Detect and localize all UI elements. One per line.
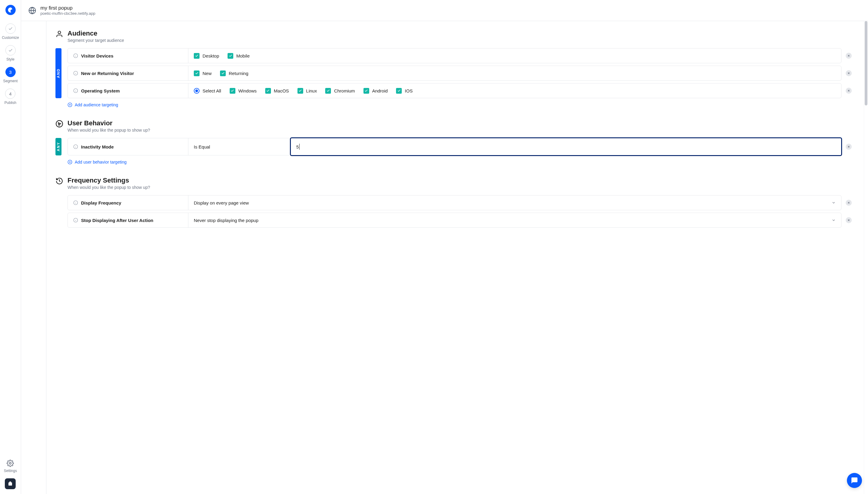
history-icon	[55, 177, 63, 185]
remove-rule-button[interactable]	[846, 53, 852, 59]
header: my first popup poetic-muffin-cbc3ee.netl…	[21, 0, 868, 21]
plus-circle-icon	[68, 102, 72, 107]
cursor-icon	[55, 120, 63, 128]
briefcase-icon	[7, 481, 13, 487]
chat-fab[interactable]	[847, 473, 862, 488]
rule-stop-displaying: Stop Displaying After User Action Never …	[68, 213, 842, 228]
section-user-behavior: User Behavior When would you like the po…	[55, 119, 852, 165]
add-audience-targeting[interactable]: Add audience targeting	[68, 102, 852, 107]
nav-style[interactable]: Style	[5, 45, 16, 61]
nav-publish[interactable]: 4 Publish	[4, 89, 16, 105]
scrollbar[interactable]	[864, 21, 868, 494]
frequency-subtitle: When would you like the popup to show up…	[68, 185, 150, 190]
remove-rule-button[interactable]	[846, 217, 852, 223]
nav-settings[interactable]: Settings	[4, 460, 17, 473]
page-subtitle: poetic-muffin-cbc3ee.netlify.app	[40, 11, 95, 16]
rule-operating-system: Operating System Select All Windows MacO…	[68, 83, 842, 98]
section-frequency: Frequency Settings When would you like t…	[55, 176, 852, 228]
checkbox-windows[interactable]: Windows	[230, 88, 257, 94]
rule-inactivity-mode: Inactivity Mode Is Equal 5	[68, 138, 842, 155]
display-frequency-select[interactable]: Display on every page view	[188, 195, 841, 210]
behavior-title: User Behavior	[68, 119, 150, 127]
info-icon[interactable]	[73, 88, 78, 93]
globe-icon	[28, 7, 36, 15]
add-behavior-targeting[interactable]: Add user behavior targeting	[68, 160, 852, 165]
nav-customize[interactable]: Customize	[2, 23, 19, 40]
sidebar-nav: Customize Style 3 Segment 4 Publish Sett…	[0, 0, 21, 494]
app-logo[interactable]	[5, 5, 16, 15]
nav-customize-label: Customize	[2, 36, 19, 40]
inactivity-operator[interactable]: Is Equal	[188, 138, 291, 155]
checkbox-chromium[interactable]: Chromium	[325, 88, 355, 94]
audience-subtitle: Segment your target audience	[68, 38, 124, 43]
section-audience: Audience Segment your target audience AN…	[55, 30, 852, 107]
inactivity-value-input[interactable]: 5	[290, 137, 842, 156]
info-icon[interactable]	[73, 144, 78, 149]
audience-title: Audience	[68, 30, 124, 37]
remove-rule-button[interactable]	[846, 200, 852, 206]
checkbox-macos[interactable]: MacOS	[265, 88, 289, 94]
nav-segment[interactable]: 3 Segment	[3, 67, 17, 83]
rule-visitor-devices: Visitor Devices Desktop Mobile	[68, 48, 842, 63]
user-icon	[55, 30, 63, 38]
page-title: my first popup	[40, 5, 95, 11]
frequency-title: Frequency Settings	[68, 176, 150, 184]
info-icon[interactable]	[73, 200, 78, 205]
checkbox-android[interactable]: Android	[364, 88, 388, 94]
chevron-down-icon	[832, 218, 836, 222]
nav-style-label: Style	[6, 57, 15, 61]
remove-rule-button[interactable]	[846, 144, 852, 150]
remove-rule-button[interactable]	[846, 88, 852, 94]
checkbox-new[interactable]: New	[194, 71, 211, 76]
checkbox-mobile[interactable]: Mobile	[227, 53, 250, 59]
rule-new-returning: New or Returning Visitor New Returning	[68, 66, 842, 81]
chat-icon	[851, 477, 858, 484]
svg-point-3	[58, 31, 61, 34]
checkbox-returning[interactable]: Returning	[220, 71, 248, 76]
nav-segment-label: Segment	[3, 79, 17, 83]
checkbox-desktop[interactable]: Desktop	[194, 53, 219, 59]
behavior-subtitle: When would you like the popup to show up…	[68, 128, 150, 133]
plus-circle-icon	[68, 160, 72, 165]
chevron-down-icon	[832, 201, 836, 205]
nav-settings-label: Settings	[4, 469, 17, 473]
info-icon[interactable]	[73, 71, 78, 76]
checkbox-ios[interactable]: IOS	[396, 88, 412, 94]
radio-select-all[interactable]: Select All	[194, 88, 221, 94]
rule-display-frequency: Display Frequency Display on every page …	[68, 195, 842, 210]
checkbox-linux[interactable]: Linux	[297, 88, 317, 94]
nav-publish-label: Publish	[4, 101, 16, 105]
remove-rule-button[interactable]	[846, 70, 852, 76]
briefcase-button[interactable]	[5, 478, 16, 489]
any-band: ANY	[55, 138, 61, 155]
stop-displaying-select[interactable]: Never stop displaying the popup	[188, 213, 841, 227]
and-band: AND	[55, 48, 61, 98]
svg-point-0	[10, 462, 11, 464]
info-icon[interactable]	[73, 53, 78, 58]
info-icon[interactable]	[73, 218, 78, 223]
gear-icon	[7, 460, 14, 467]
